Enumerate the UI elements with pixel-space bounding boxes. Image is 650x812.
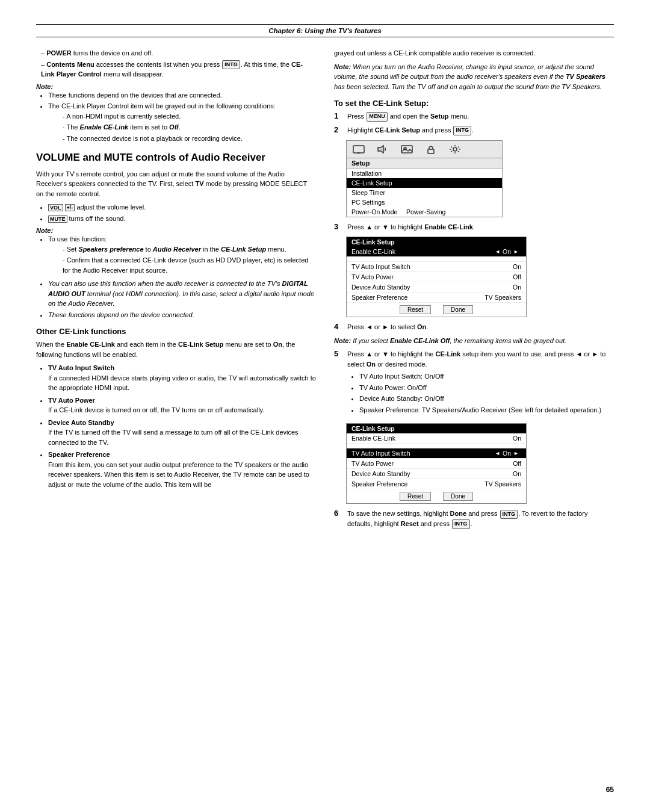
- done-btn-2[interactable]: Done: [443, 492, 473, 501]
- section1-title: VOLUME and MUTE controls of Audio Receiv…: [36, 152, 316, 164]
- note-block-2: Note: To use this function: Set Speakers…: [36, 227, 316, 320]
- intro-bullet-power: POWER turns the device on and off.: [41, 48, 316, 58]
- setup-menu-installation: Installation: [347, 169, 502, 178]
- left-column: POWER turns the device on and off. Conte…: [36, 48, 316, 533]
- celink-row-input-switch: TV Auto Input Switch On: [347, 262, 526, 272]
- two-column-layout: POWER turns the device on and off. Conte…: [36, 48, 614, 533]
- section2-items-list: TV Auto Input Switch If a connected HDMI…: [48, 363, 316, 489]
- setup-menu-celink: CE-Link Setup: [347, 178, 502, 188]
- note2-dash-1: Set Speakers preference to Audio Receive…: [63, 244, 316, 255]
- svg-rect-4: [401, 146, 412, 153]
- note-block-1: Note: These functions depend on the devi…: [36, 83, 316, 144]
- celink2-row-input-switch: TV Auto Input Switch ◄ On ►: [347, 448, 526, 459]
- item-tv-auto-power: TV Auto Power If a CE-Link device is tur…: [48, 395, 316, 415]
- note2-dashes: Set Speakers preference to Audio Receive…: [63, 244, 316, 276]
- step-4: 4 Press ◄ or ► to select On.: [334, 322, 614, 332]
- note1-list: These functions depend on the devices th…: [48, 90, 316, 144]
- gear-icon: [448, 143, 462, 155]
- svg-marker-3: [378, 146, 383, 153]
- celink-row-enable: Enable CE-Link ◄ On ►: [347, 247, 526, 257]
- section1-bullets: VOL +/- adjust the volume level. MUTE tu…: [48, 202, 316, 223]
- celink-table-1: CE-Link Setup Enable CE-Link ◄ On ► TV A…: [346, 237, 527, 317]
- setup-menu-power: Power-On Mode Power-Saving: [347, 207, 502, 217]
- item-device-standby: Device Auto Standby If the TV is turned …: [48, 418, 316, 448]
- setup-menu-title: Setup: [347, 158, 502, 169]
- celink-table1-footer: Reset Done: [347, 303, 526, 317]
- image-icon: [400, 143, 414, 155]
- note-audio-receiver: Note: When you turn on the Audio Receive…: [334, 62, 614, 92]
- note2-dash-2: Confirm that a connected CE-Link device …: [63, 255, 316, 275]
- note2-touse: To use this function: Set Speakers prefe…: [48, 234, 316, 275]
- note1-item-1: These functions depend on the devices th…: [48, 90, 316, 101]
- item-speaker-pref: Speaker Preference From this item, you c…: [48, 450, 316, 489]
- celink-table1-title: CE-Link Setup: [347, 237, 526, 247]
- lock-icon: [424, 143, 438, 155]
- sound-icon: [376, 143, 390, 155]
- chapter-title: Chapter 6: Using the TV's features: [268, 27, 381, 34]
- celink2-row-device-standby: Device Auto Standby On: [347, 469, 526, 479]
- section2-title: Other CE-Link functions: [36, 327, 316, 336]
- step-2: 2 Highlight CE-Link Setup and press INTG…: [334, 125, 614, 135]
- step-6: 6 To save the new settings, highlight Do…: [334, 509, 614, 529]
- setup-menu-sleep: Sleep Timer: [347, 188, 502, 197]
- svg-rect-0: [353, 146, 364, 153]
- page-number: 65: [606, 786, 614, 794]
- celink-row-speaker-pref: Speaker Preference TV Speakers: [347, 293, 526, 303]
- note1-item-2: The CE-Link Player Control item will be …: [48, 101, 316, 143]
- step5-bullet-2: TV Auto Power: On/Off: [359, 383, 614, 393]
- note1-dash-1: A non-HDMI input is currently selected.: [63, 111, 316, 122]
- note1-dashes: A non-HDMI input is currently selected. …: [63, 111, 316, 144]
- celink-table2-title: CE-Link Setup: [347, 424, 526, 433]
- svg-point-7: [453, 147, 457, 151]
- reset-btn-2[interactable]: Reset: [400, 492, 431, 501]
- right-intro: grayed out unless a CE-Link compatible a…: [334, 48, 614, 58]
- intg-btn-ref3: INTG: [500, 510, 518, 519]
- celink-row-device-standby: Device Auto Standby On: [347, 282, 526, 293]
- right-column: grayed out unless a CE-Link compatible a…: [334, 48, 614, 533]
- step5-bullets: TV Auto Input Switch: On/Off TV Auto Pow…: [359, 371, 614, 415]
- note-step4: Note: If you select Enable CE-Link Off, …: [334, 336, 614, 346]
- done-btn-1[interactable]: Done: [443, 305, 473, 314]
- step-5: 5 Press ▲ or ▼ to highlight the CE-Link …: [334, 349, 614, 418]
- menu-btn-ref1: MENU: [367, 112, 388, 122]
- note-label-1: Note:: [36, 83, 53, 90]
- celink-row-auto-power: TV Auto Power Off: [347, 272, 526, 282]
- setup-menu-icons-row: [347, 141, 502, 158]
- celink2-row-auto-power: TV Auto Power Off: [347, 459, 526, 469]
- chapter-header: Chapter 6: Using the TV's features: [36, 24, 614, 37]
- mute-bullet: MUTE turns off the sound.: [48, 214, 316, 224]
- intro-bullets: POWER turns the device on and off. Conte…: [41, 48, 316, 79]
- step5-bullet-1: TV Auto Input Switch: On/Off: [359, 371, 614, 382]
- note2-depend: These functions depend on the device con…: [48, 310, 316, 320]
- intg-btn-ref4: INTG: [452, 519, 470, 529]
- celink-table-2: CE-Link Setup Enable CE-Link On TV Auto …: [346, 423, 527, 504]
- step5-bullet-3: Device Auto Standby: On/Off: [359, 394, 614, 404]
- item-tv-auto-input: TV Auto Input Switch If a connected HDMI…: [48, 363, 316, 393]
- intg-btn-ref2: INTG: [453, 126, 471, 135]
- note2-list: To use this function: Set Speakers prefe…: [48, 234, 316, 320]
- celink-setup-heading: To set the CE-Link Setup:: [334, 99, 614, 108]
- step-1: 1 Press MENU and open the Setup menu.: [334, 111, 614, 122]
- setup-menu-mockup: Setup Installation CE-Link Setup Sleep T…: [346, 140, 503, 217]
- note1-dash-2: The Enable CE-Link item is set to Off.: [63, 122, 316, 132]
- setup-menu-pc: PC Settings: [347, 197, 502, 207]
- note1-dash-3: The connected device is not a playback o…: [63, 134, 316, 144]
- page: Chapter 6: Using the TV's features POWER…: [0, 0, 650, 812]
- tv-icon: [351, 143, 366, 155]
- celink2-row-speaker-pref: Speaker Preference TV Speakers: [347, 479, 526, 489]
- step5-bullet-4: Speaker Preference: TV Speakers/Audio Re…: [359, 405, 614, 415]
- section2-para1: When the Enable CE-Link and each item in…: [36, 339, 316, 359]
- intg-button-ref: INTG: [222, 60, 240, 70]
- section1-para1: With your TV's remote control, you can a…: [36, 169, 316, 199]
- celink-table2-footer: Reset Done: [347, 489, 526, 503]
- svg-rect-6: [428, 149, 434, 153]
- reset-btn-1[interactable]: Reset: [400, 305, 431, 314]
- note-label-2: Note:: [36, 227, 53, 234]
- celink-row-spacer1: [347, 257, 526, 262]
- step-3: 3 Press ▲ or ▼ to highlight Enable CE-Li…: [334, 222, 614, 232]
- celink2-row-enable: Enable CE-Link On: [347, 433, 526, 444]
- celink2-row-spacer: [347, 444, 526, 448]
- intro-bullet-contents: Contents Menu accesses the contents list…: [41, 60, 316, 79]
- vol-bullet: VOL +/- adjust the volume level.: [48, 202, 316, 212]
- note2-digital: You can also use this function when the …: [48, 279, 316, 309]
